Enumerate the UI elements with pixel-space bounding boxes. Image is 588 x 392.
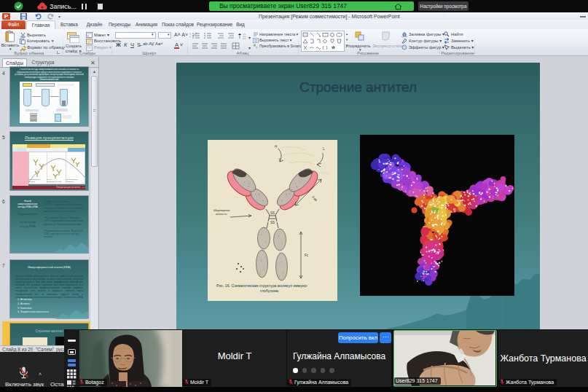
svg-text:SS: SS [270, 221, 275, 224]
svg-text:H: H [275, 145, 277, 149]
svg-text:глобулина:: глобулина: [260, 289, 279, 293]
svg-text:▾: ▾ [248, 36, 251, 40]
svg-text:Рис. 16. Схематическая стру: Рис. 16. Схематическая структура молекул… [216, 283, 308, 288]
svg-text:SS: SS [270, 211, 275, 215]
svg-text:▾: ▾ [248, 46, 251, 50]
svg-text:Fc: Fc [305, 254, 309, 257]
svg-text:область: область [216, 212, 227, 216]
